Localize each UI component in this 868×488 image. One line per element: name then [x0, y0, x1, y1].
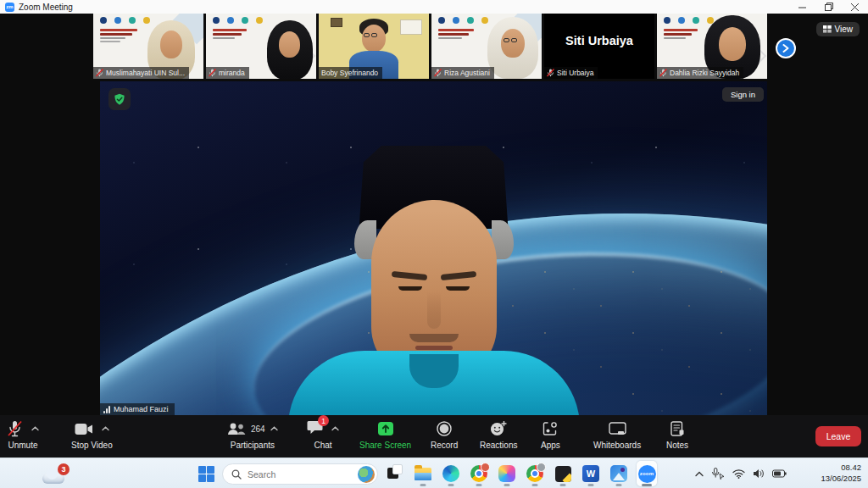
chrome-browser-icon[interactable]: [469, 461, 489, 486]
muted-mic-icon: [434, 69, 442, 77]
share-screen-button[interactable]: Share Screen: [359, 419, 411, 450]
participant-nameplate: Riza Agustiani: [431, 67, 494, 79]
participant-name: Siti Urbaiya: [557, 69, 593, 77]
taskbar-clock[interactable]: 08.42 13/06/2025: [821, 462, 861, 485]
notes-button[interactable]: Notes: [666, 419, 688, 450]
thumbnail-art: [438, 29, 474, 39]
taskbar-search[interactable]: [222, 463, 378, 485]
unmute-options-caret[interactable]: [31, 426, 39, 431]
restore-button[interactable]: [815, 0, 842, 14]
sign-in-button[interactable]: Sign in: [722, 87, 764, 102]
file-explorer-icon[interactable]: [413, 461, 433, 486]
grid-view-icon: [823, 25, 832, 33]
wifi-icon[interactable]: [732, 469, 745, 479]
participants-button[interactable]: 264 Participants: [227, 419, 278, 450]
apps-icon: [542, 421, 558, 436]
meeting-area: Muslimahayati UIN Sul...: [0, 14, 868, 415]
unmute-button[interactable]: Unmute: [7, 419, 39, 450]
thumbnail-art: [114, 17, 121, 24]
thumbnail-art: [438, 17, 488, 24]
view-button-label: View: [835, 25, 854, 34]
participants-icon: [227, 423, 246, 435]
muted-mic-icon: [209, 69, 216, 77]
thumbnail-art: [213, 29, 247, 39]
word-icon[interactable]: W: [581, 461, 601, 486]
video-thumbnail-siti[interactable]: Siti Urbaiya Siti Urbaiya: [544, 14, 654, 79]
participant-name: Riza Agustiani: [444, 69, 490, 77]
thumbnail-art: [100, 17, 107, 24]
video-camera-icon: [75, 423, 93, 435]
participant-name: Boby Syefrinando: [321, 69, 378, 77]
muted-mic-icon: [547, 69, 554, 77]
reactions-button[interactable]: Reactions: [480, 419, 517, 450]
chat-label: Chat: [314, 441, 331, 450]
participants-label: Participants: [231, 441, 275, 450]
thumbnail-art: [265, 20, 316, 79]
participants-count: 264: [251, 424, 265, 434]
meeting-encryption-badge[interactable]: [108, 88, 131, 110]
speaker-icon[interactable]: [753, 469, 765, 479]
chat-button[interactable]: 1 Chat: [307, 419, 339, 450]
weather-cloud-icon: [42, 474, 64, 484]
start-button[interactable]: [198, 466, 214, 482]
main-speaker-video[interactable]: Sign in Muhamad Fauzi: [100, 81, 767, 415]
participants-options-caret[interactable]: [270, 426, 278, 431]
speaker-nameplate: Muhamad Fauzi: [100, 403, 175, 415]
battery-icon[interactable]: [772, 469, 787, 478]
taskbar-widget[interactable]: 3: [42, 463, 70, 485]
meeting-toolbar: Unmute Stop Video 264 Participants 1: [0, 415, 868, 458]
whiteboards-button[interactable]: Whiteboards: [593, 419, 641, 450]
speaker-name: Muhamad Fauzi: [114, 405, 169, 413]
video-thumbnail-boby[interactable]: Boby Syefrinando: [319, 14, 429, 79]
task-view-button[interactable]: [385, 461, 405, 486]
next-videos-button[interactable]: [776, 38, 796, 58]
leave-button[interactable]: Leave: [815, 426, 861, 446]
share-screen-label: Share Screen: [359, 441, 411, 450]
edge-browser-icon[interactable]: [441, 461, 461, 486]
video-thumbnail-dahlia[interactable]: Dahlia Rizki Sayyidah: [657, 14, 767, 79]
title-bar-left: zm Zoom Meeting: [0, 3, 73, 12]
notes-label: Notes: [666, 441, 688, 450]
title-bar: zm Zoom Meeting: [0, 0, 868, 14]
video-thumbnail-miranda[interactable]: miranda: [206, 14, 316, 79]
thumbnail-art: [129, 17, 136, 24]
participant-nameplate: Boby Syefrinando: [319, 67, 382, 79]
reactions-label: Reactions: [480, 441, 517, 450]
thumbnail-art: [213, 17, 263, 24]
video-thumbnail-riza[interactable]: Riza Agustiani: [431, 14, 542, 79]
minimize-button[interactable]: [789, 0, 815, 14]
video-options-caret[interactable]: [102, 426, 109, 431]
chat-options-caret[interactable]: [331, 426, 339, 431]
photos-icon[interactable]: [609, 461, 629, 486]
close-button[interactable]: [842, 0, 868, 14]
whiteboards-icon: [609, 422, 626, 436]
record-button[interactable]: Record: [431, 419, 458, 450]
copilot-icon[interactable]: [497, 461, 517, 486]
tray-chevron-up-icon[interactable]: [695, 471, 704, 477]
unmute-label: Unmute: [8, 441, 37, 450]
reactions-icon: [490, 421, 507, 436]
search-highlight-image[interactable]: [358, 466, 375, 483]
mic-in-use-icon[interactable]: [711, 468, 725, 480]
zoom-taskbar-icon[interactable]: zoom: [637, 461, 657, 486]
participant-nameplate: Muslimahayati UIN Sul...: [93, 67, 189, 79]
participant-nameplate: Siti Urbaiya: [544, 67, 598, 79]
muted-mic-icon: [7, 420, 23, 438]
stop-video-button[interactable]: Stop Video: [71, 419, 113, 450]
view-button[interactable]: View: [816, 22, 860, 36]
apps-button[interactable]: Apps: [541, 419, 560, 450]
system-tray: [695, 458, 787, 488]
participant-name: miranda: [219, 69, 245, 77]
muted-mic-icon: [659, 69, 667, 77]
zoom-meeting-window: zm Zoom Meeting: [0, 0, 868, 488]
windows-taskbar: 3 W zoom 08.42: [0, 458, 868, 488]
chrome-browser-icon-2[interactable]: [525, 461, 545, 486]
video-thumbnail-strip: Muslimahayati UIN Sul...: [93, 14, 767, 79]
search-icon: [231, 469, 242, 480]
search-input[interactable]: [248, 469, 352, 480]
video-thumbnail-muslimahayati[interactable]: Muslimahayati UIN Sul...: [93, 14, 203, 79]
clock-date: 13/06/2025: [821, 473, 861, 484]
thumbnail-art: [100, 29, 137, 42]
notes-icon: [670, 421, 684, 436]
notes-app-icon[interactable]: [553, 461, 573, 486]
